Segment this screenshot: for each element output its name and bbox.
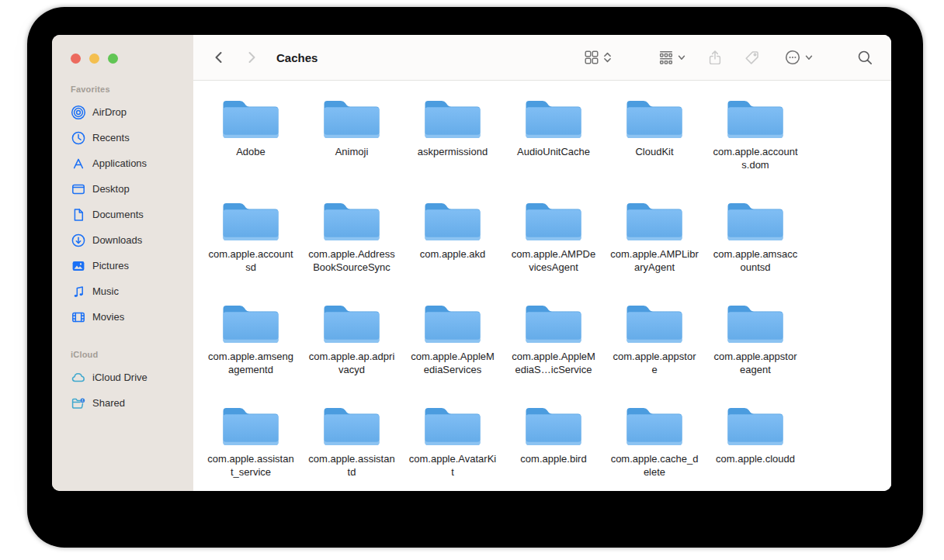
- document-icon: [71, 207, 86, 223]
- folder-label: com.apple.amsengagementd: [206, 350, 295, 376]
- main-pane: Caches: [193, 35, 891, 491]
- window-title: Caches: [276, 51, 318, 64]
- folder-label: com.apple.accountsd: [206, 247, 295, 274]
- folder-item[interactable]: com.apple.AMPLibraryAgent: [604, 199, 705, 302]
- folder-item[interactable]: Animoji: [301, 97, 402, 199]
- airdrop-icon: [71, 105, 86, 120]
- sidebar-item-recents[interactable]: Recents: [52, 125, 193, 150]
- sidebar-item-shared[interactable]: Shared: [52, 390, 193, 416]
- tag-button[interactable]: [743, 49, 761, 67]
- folder-label: Animoji: [335, 145, 369, 158]
- folder-item[interactable]: com.apple.AddressBookSourceSync: [301, 199, 402, 302]
- folder-item[interactable]: com.apple.appstore: [604, 302, 705, 404]
- folder-item[interactable]: Adobe: [200, 97, 301, 199]
- folder-item[interactable]: com.apple.amsengagementd: [200, 302, 301, 404]
- back-button[interactable]: [212, 48, 226, 67]
- folder-item[interactable]: com.apple.cache_delete: [604, 404, 705, 491]
- toolbar-controls: [583, 48, 874, 67]
- folder-label: com.apple.assistantd: [307, 452, 396, 479]
- sidebar-item-icloud-drive[interactable]: iCloud Drive: [52, 365, 193, 390]
- folder-label: com.apple.AppleMediaS…icService: [509, 350, 598, 376]
- folder-item[interactable]: com.apple.AppleMediaServices: [402, 302, 503, 404]
- folder-item[interactable]: com.apple.bird: [503, 404, 604, 491]
- folder-icon: [525, 302, 582, 346]
- folder-label: com.apple.appstoreagent: [711, 350, 800, 376]
- more-actions-button[interactable]: [783, 48, 814, 67]
- folder-label: com.apple.accounts.dom: [711, 145, 800, 171]
- folder-icon: [424, 302, 481, 346]
- folder-item[interactable]: AudioUnitCache: [503, 97, 604, 199]
- applications-icon: [71, 156, 86, 171]
- folder-icon: [424, 199, 481, 244]
- folder-label: com.apple.bird: [520, 452, 586, 465]
- sidebar-item-applications[interactable]: Applications: [52, 150, 193, 176]
- folder-item[interactable]: askpermissiond: [402, 97, 503, 199]
- folder-item[interactable]: com.apple.accounts.dom: [705, 97, 806, 199]
- close-button[interactable]: [71, 54, 81, 64]
- folder-view: Adobe Animoji: [193, 81, 891, 491]
- folder-icon: [323, 302, 380, 346]
- shared-folder-icon: [71, 396, 86, 411]
- sidebar-item-music[interactable]: Music: [52, 278, 193, 304]
- forward-button[interactable]: [245, 48, 259, 67]
- folder-icon: [626, 302, 683, 346]
- view-switcher-button[interactable]: [583, 49, 613, 66]
- folder-item[interactable]: com.apple.cloudd: [705, 404, 806, 491]
- folder-icon: [727, 302, 784, 346]
- folder-icon: [323, 97, 380, 141]
- folder-item[interactable]: com.apple.accountsd: [200, 199, 301, 302]
- folder-item[interactable]: CloudKit: [604, 97, 705, 199]
- search-button[interactable]: [856, 49, 874, 67]
- desktop-icon: [71, 181, 86, 197]
- sidebar-section: Favorites AirDrop Recents Applications D…: [52, 85, 193, 330]
- folder-item[interactable]: com.apple.akd: [402, 199, 503, 302]
- grid-view-icon: [583, 49, 600, 66]
- sidebar-item-documents[interactable]: Documents: [52, 202, 193, 227]
- folder-item[interactable]: com.apple.assistant_service: [200, 404, 301, 491]
- sidebar-item-desktop[interactable]: Desktop: [52, 176, 193, 202]
- group-view-icon: [658, 49, 675, 66]
- folder-grid: Adobe Animoji: [200, 97, 891, 491]
- folder-label: CloudKit: [635, 145, 673, 158]
- folder-icon: [525, 97, 582, 141]
- sidebar-item-airdrop[interactable]: AirDrop: [52, 99, 193, 125]
- folder-icon: [323, 199, 380, 244]
- folder-icon: [626, 404, 683, 448]
- group-by-button[interactable]: [658, 49, 686, 66]
- folder-item[interactable]: com.apple.AppleMediaS…icService: [503, 302, 604, 404]
- folder-item[interactable]: com.apple.AvatarKit: [402, 404, 503, 491]
- folder-icon: [727, 199, 784, 244]
- sidebar-item-label: Documents: [92, 209, 144, 220]
- folder-item[interactable]: com.apple.amsaccountsd: [705, 199, 806, 302]
- folder-item[interactable]: com.apple.AMPDevicesAgent: [503, 199, 604, 302]
- search-icon: [856, 49, 874, 67]
- clock-icon: [71, 130, 86, 146]
- minimize-button[interactable]: [89, 54, 99, 64]
- folder-label: askpermissiond: [418, 145, 488, 158]
- music-icon: [71, 284, 86, 299]
- sidebar-item-pictures[interactable]: Pictures: [52, 253, 193, 278]
- share-button[interactable]: [706, 49, 724, 67]
- share-icon: [706, 49, 724, 67]
- pictures-icon: [71, 258, 86, 274]
- folder-item[interactable]: com.apple.ap.adprivacyd: [301, 302, 402, 404]
- folder-label: com.apple.cache_delete: [610, 452, 699, 479]
- sidebar-item-label: Music: [92, 285, 119, 297]
- sidebar-section-title: iCloud: [52, 350, 193, 359]
- folder-label: com.apple.appstore: [610, 350, 699, 376]
- folder-label: AudioUnitCache: [517, 145, 590, 158]
- chevron-down-icon: [804, 53, 814, 62]
- folder-item[interactable]: com.apple.appstoreagent: [705, 302, 806, 404]
- sidebar-sections: Favorites AirDrop Recents Applications D…: [52, 85, 193, 416]
- zoom-button[interactable]: [108, 54, 118, 64]
- toolbar: Caches: [193, 35, 891, 81]
- folder-label: Adobe: [236, 145, 266, 158]
- finder-window: Favorites AirDrop Recents Applications D…: [52, 35, 891, 491]
- sidebar-item-label: Pictures: [92, 260, 129, 271]
- folder-icon: [222, 199, 279, 244]
- folder-item[interactable]: com.apple.assistantd: [301, 404, 402, 491]
- folder-label: com.apple.AppleMediaServices: [408, 350, 497, 376]
- sidebar-item-movies[interactable]: Movies: [52, 304, 193, 330]
- folder-icon: [525, 199, 582, 244]
- sidebar-item-downloads[interactable]: Downloads: [52, 227, 193, 253]
